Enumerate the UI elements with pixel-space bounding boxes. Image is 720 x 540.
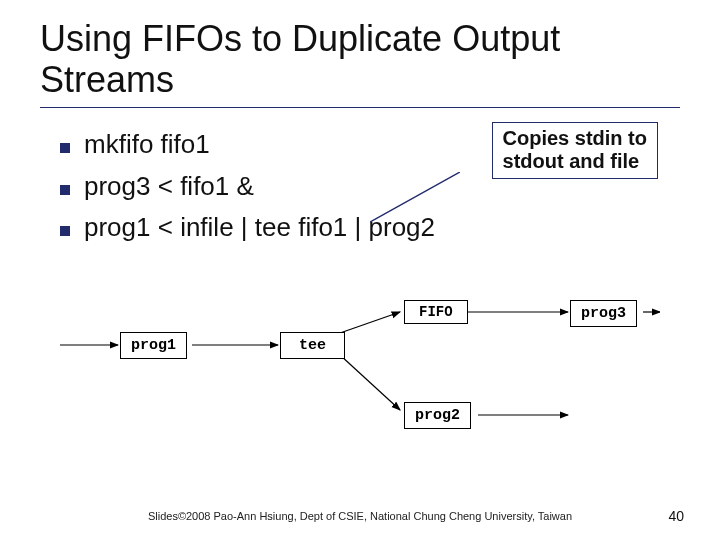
footer-text: Slides©2008 Pao-Ann Hsiung, Dept of CSIE… bbox=[0, 510, 720, 522]
page-number: 40 bbox=[668, 508, 684, 524]
bullet-icon bbox=[60, 226, 70, 236]
box-tee: tee bbox=[280, 332, 345, 359]
box-prog1: prog1 bbox=[120, 332, 187, 359]
box-prog2: prog2 bbox=[404, 402, 471, 429]
bullet-text: prog1 < infile | tee fifo1 | prog2 bbox=[84, 211, 435, 245]
bullet-icon bbox=[60, 143, 70, 153]
callout-line1: Copies stdin to bbox=[503, 127, 647, 150]
svg-line-6 bbox=[340, 355, 400, 410]
bullet-text: mkfifo fifo1 bbox=[84, 128, 210, 162]
list-item: prog1 < infile | tee fifo1 | prog2 bbox=[60, 211, 680, 245]
bullet-icon bbox=[60, 185, 70, 195]
callout-box: Copies stdin to stdout and file bbox=[492, 122, 658, 179]
title-underline bbox=[40, 107, 680, 108]
svg-line-3 bbox=[340, 312, 400, 333]
box-prog3: prog3 bbox=[570, 300, 637, 327]
callout-line2: stdout and file bbox=[503, 150, 647, 173]
bullet-text: prog3 < fifo1 & bbox=[84, 170, 254, 204]
slide-title: Using FIFOs to Duplicate Output Streams bbox=[40, 18, 680, 101]
flow-diagram: prog1 tee FIFO prog3 prog2 bbox=[60, 300, 660, 470]
box-fifo: FIFO bbox=[404, 300, 468, 324]
